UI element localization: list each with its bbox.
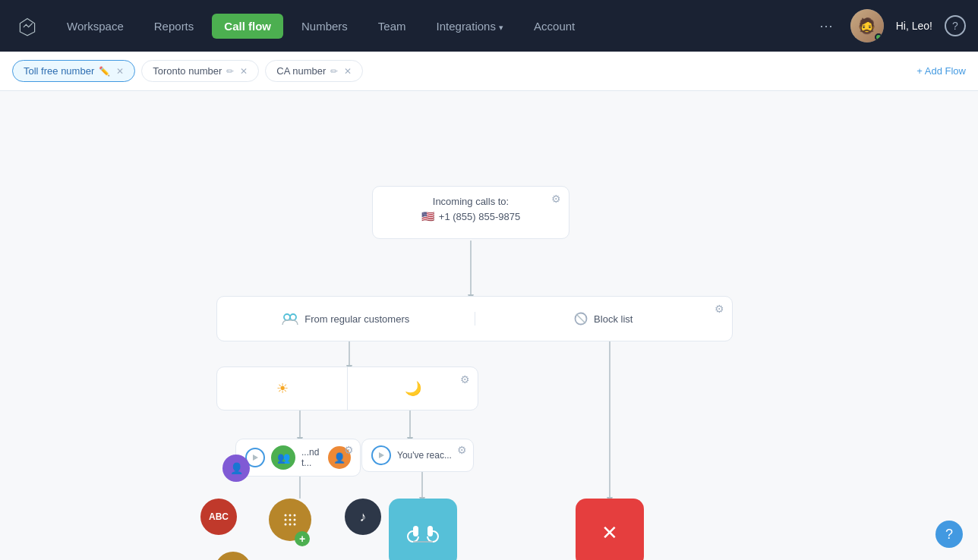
tab-toll-free-edit-icon[interactable]: ✏️ [99, 66, 110, 77]
day-action-node[interactable]: ⚙ 👥 ...nd t... 👤 👤 [235, 439, 361, 477]
svg-point-24 [294, 519, 296, 521]
day-action-label: ...nd t... [301, 447, 322, 468]
day-action-gear-icon[interactable]: ⚙ [344, 444, 354, 456]
schedule-node[interactable]: ⚙ ☀ 🌙 [216, 367, 478, 411]
schedule-gear-icon[interactable]: ⚙ [460, 373, 470, 385]
tab-toronto-label: Toronto number [153, 65, 222, 77]
svg-point-20 [289, 514, 292, 517]
svg-point-13 [284, 314, 290, 320]
incoming-calls-node[interactable]: ⚙ Incoming calls to: 🇺🇸 +1 (855) 855-987… [372, 186, 569, 239]
incoming-number: 🇺🇸 +1 (855) 855-9875 [385, 210, 557, 222]
night-action-label: You've reac... [397, 450, 464, 461]
music-icon: ♪ [360, 509, 367, 525]
svg-marker-17 [253, 455, 258, 461]
svg-point-23 [289, 519, 292, 521]
filter-blocklist: Block list [475, 312, 733, 326]
nav-callflow[interactable]: Call flow [212, 14, 283, 39]
nav-account[interactable]: Account [522, 14, 587, 39]
more-options-icon[interactable]: ⋯ [814, 14, 838, 38]
nav-team[interactable]: Team [366, 14, 418, 39]
zoom-help-icon[interactable]: ? [935, 521, 963, 548]
disconnect-node[interactable]: ✕ [576, 499, 644, 560]
online-indicator [875, 33, 882, 41]
svg-point-21 [294, 514, 296, 517]
filter-gear-icon[interactable]: ⚙ [715, 303, 724, 315]
voicemail-node[interactable] [389, 499, 457, 560]
night-play-icon[interactable] [371, 445, 391, 465]
day-user-icon: 👤 [222, 455, 250, 482]
svg-point-19 [285, 514, 287, 517]
tab-toronto[interactable]: Toronto number ✏ ✕ [141, 60, 259, 82]
svg-marker-18 [379, 452, 384, 458]
tab-toll-free-label: Toll free number [24, 65, 94, 77]
tab-toll-free-close[interactable]: ✕ [116, 66, 124, 77]
disconnect-x-icon: ✕ [601, 521, 618, 545]
tab-toronto-close[interactable]: ✕ [240, 66, 248, 77]
nav-reports[interactable]: Reports [142, 14, 207, 39]
customer-filter-node[interactable]: ⚙ From regular customers Block list [216, 296, 733, 341]
tab-ca-close[interactable]: ✕ [344, 66, 352, 77]
menu-node[interactable] [215, 552, 251, 560]
daytime-icon: ☀ [217, 367, 348, 410]
incoming-title: Incoming calls to: [385, 196, 557, 207]
svg-rect-31 [413, 526, 418, 536]
avatar[interactable]: 🧔 [850, 9, 884, 42]
nav-workspace[interactable]: Workspace [55, 14, 136, 39]
tab-toronto-edit-icon[interactable]: ✏ [226, 66, 234, 77]
filter-customers: From regular customers [217, 312, 475, 326]
svg-point-26 [289, 524, 292, 526]
night-action-gear-icon[interactable]: ⚙ [457, 444, 467, 456]
navbar: Workspace Reports Call flow Numbers Team… [0, 0, 978, 52]
abc-node[interactable]: ABC [200, 499, 237, 535]
add-keypad-icon[interactable]: + [295, 531, 310, 546]
incoming-gear-icon[interactable]: ⚙ [551, 193, 561, 205]
night-action-node[interactable]: ⚙ You've reac... [361, 439, 474, 472]
day-team-icon: 👥 [271, 445, 295, 470]
nav-integrations[interactable]: Integrations ▾ [424, 14, 516, 39]
svg-point-25 [285, 524, 287, 526]
music-node[interactable]: ♪ [345, 499, 381, 535]
add-flow-button[interactable]: + Add Flow [916, 65, 966, 77]
svg-point-22 [285, 519, 287, 521]
svg-point-14 [290, 314, 296, 320]
tab-ca-edit-icon[interactable]: ✏ [330, 66, 338, 77]
nav-numbers[interactable]: Numbers [289, 14, 360, 39]
flag-icon: 🇺🇸 [421, 210, 434, 222]
svg-rect-32 [427, 526, 433, 536]
flow-canvas: ⚙ Incoming calls to: 🇺🇸 +1 (855) 855-987… [0, 91, 978, 560]
logo [12, 11, 43, 41]
greeting-text: Hi, Leo! [896, 20, 932, 32]
tab-ca-label: CA number [276, 65, 326, 77]
nav-right: ⋯ 🧔 Hi, Leo! ? [814, 9, 966, 42]
tab-ca[interactable]: CA number ✏ ✕ [265, 60, 363, 82]
svg-line-16 [576, 314, 585, 323]
nighttime-icon: 🌙 [348, 367, 478, 410]
help-icon[interactable]: ? [945, 15, 966, 36]
abc-label: ABC [209, 511, 229, 522]
tab-bar: Toll free number ✏️ ✕ Toronto number ✏ ✕… [0, 52, 978, 91]
tab-toll-free[interactable]: Toll free number ✏️ ✕ [12, 60, 135, 82]
svg-point-27 [294, 524, 296, 526]
